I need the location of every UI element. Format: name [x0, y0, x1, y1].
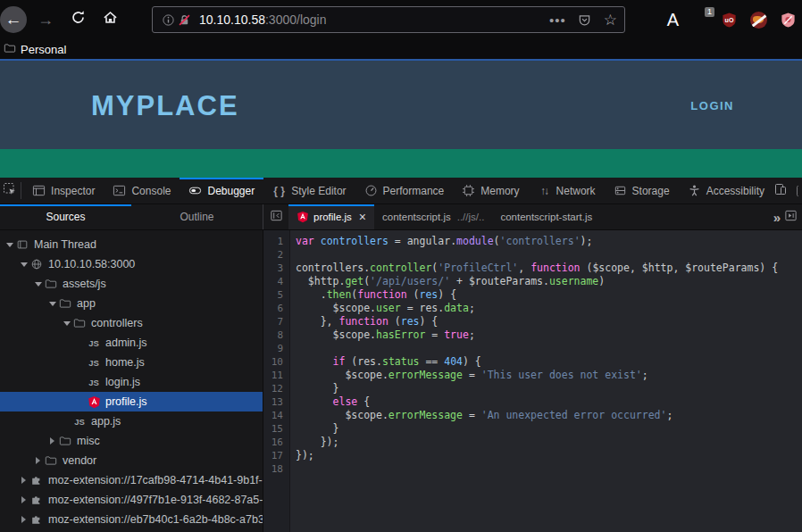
code-line — [296, 342, 802, 355]
meatball-menu-icon[interactable] — [795, 184, 798, 198]
devtools-tab-label: Storage — [632, 185, 670, 197]
inspector-icon — [32, 184, 46, 197]
line-number: 2 — [263, 248, 283, 262]
devtools-tab-performance[interactable]: Performance — [355, 178, 454, 204]
expand-panes-icon[interactable] — [784, 209, 798, 226]
tree-closed-arrow-icon[interactable] — [18, 516, 29, 523]
source-tab-contentscript[interactable]: contentscript.js..//js/.. — [374, 204, 492, 229]
pick-icon — [3, 182, 17, 200]
side-tab-outline[interactable]: Outline — [131, 204, 263, 229]
tree-item-profile-js[interactable]: profile.js — [0, 392, 263, 411]
tree-closed-arrow-icon[interactable] — [32, 457, 44, 464]
tree-item-misc[interactable]: misc — [0, 431, 263, 451]
tree-item-label: moz-extension://497f7b1e-913f-4682-87a5-… — [48, 494, 263, 506]
forward-button[interactable]: → — [32, 6, 59, 33]
source-tab-profile[interactable]: profile.js× — [288, 204, 374, 229]
devtools-tabs: InspectorConsoleDebugger{ }Style EditorP… — [23, 178, 773, 204]
pocket-icon[interactable] — [577, 12, 593, 28]
tree-item-app-js[interactable]: JSapp.js — [0, 411, 263, 431]
bookmarks-bar: Personal — [0, 39, 802, 59]
performance-icon — [364, 184, 378, 197]
url-bar[interactable]: 10.10.10.58:3000/login ••• ☆ — [152, 6, 625, 33]
collapse-sources-pane-button[interactable] — [263, 204, 288, 229]
firefox-window: ← → 10.10.10.58:3000/login ••• ☆ A 1 — [0, 0, 802, 532]
tree-item-home-js[interactable]: JShome.js — [0, 353, 263, 372]
devtools-tab-storage[interactable]: Storage — [605, 178, 679, 204]
code-content[interactable]: var controllers = angular.module('contro… — [290, 230, 802, 532]
page-actions-icon[interactable]: ••• — [549, 12, 566, 28]
source-tab-contentscript-start[interactable]: contentscript-start.js — [492, 204, 600, 229]
tree-open-arrow-icon[interactable] — [4, 243, 15, 247]
site-header: MYPLACE LOGIN — [0, 61, 802, 149]
devtools-tab-network[interactable]: ↑↓Network — [529, 178, 605, 204]
devtools-tab-style-editor[interactable]: { }Style Editor — [263, 178, 355, 204]
close-icon[interactable]: × — [359, 210, 366, 224]
js-icon: JS — [87, 355, 101, 370]
js-icon: JS — [87, 336, 101, 350]
tree-open-arrow-icon[interactable] — [61, 321, 72, 326]
shield-extension-icon[interactable] — [780, 12, 797, 29]
tree-item-10-10-10-58-3000[interactable]: 10.10.10.58:3000 — [0, 254, 263, 274]
code-line: .then(function (res) { — [296, 288, 802, 302]
tree-item-login-js[interactable]: JSlogin.js — [0, 372, 263, 392]
insecure-lock-icon[interactable] — [176, 12, 192, 28]
side-tab-sources[interactable]: Sources — [0, 204, 131, 229]
tree-closed-arrow-icon[interactable] — [18, 477, 29, 484]
tree-open-arrow-icon[interactable] — [18, 262, 29, 267]
puzzle-icon — [29, 493, 44, 507]
bookmark-personal[interactable]: Personal — [21, 43, 66, 56]
folder-icon — [72, 316, 87, 330]
line-number: 11 — [263, 369, 283, 382]
url-text[interactable]: 10.10.10.58:3000/login — [199, 12, 326, 27]
line-number: 6 — [263, 302, 283, 315]
code-editor[interactable]: 123456789101112131415161718 var controll… — [263, 230, 802, 532]
tree-open-arrow-icon[interactable] — [32, 282, 44, 287]
extension-a-icon[interactable]: A — [667, 10, 679, 30]
debugger-icon — [188, 184, 202, 197]
bookmark-star-icon[interactable]: ☆ — [604, 11, 617, 29]
responsive-design-icon[interactable] — [773, 182, 788, 200]
tree-item-moz-extension-497f7b1e-913f-4682-87a5-751[interactable]: moz-extension://497f7b1e-913f-4682-87a5-… — [0, 490, 263, 510]
line-number-gutter[interactable]: 123456789101112131415161718 — [263, 230, 290, 532]
home-button[interactable] — [96, 6, 123, 33]
reload-button[interactable] — [64, 6, 91, 33]
source-tab-label: profile.js — [313, 212, 352, 222]
pick-element-button[interactable] — [0, 178, 19, 204]
folder-icon — [58, 296, 72, 311]
tree-closed-arrow-icon[interactable] — [46, 437, 58, 445]
back-button[interactable]: ← — [0, 6, 27, 33]
home-icon — [103, 10, 118, 29]
devtools-tab-debugger[interactable]: Debugger — [180, 178, 263, 204]
tree-item-controllers[interactable]: controllers — [0, 313, 263, 333]
code-line: controllers.controller('ProfileCtrl', fu… — [296, 262, 802, 275]
site-green-band — [0, 149, 802, 178]
tree-closed-arrow-icon[interactable] — [18, 496, 29, 503]
tree-item-assets-js[interactable]: assets/js — [0, 274, 263, 294]
noscript-icon[interactable] — [750, 12, 767, 29]
line-number: 1 — [263, 235, 283, 248]
extension-badge: 1 — [705, 7, 714, 17]
devtools-tab-label: Memory — [480, 185, 519, 197]
extension-green-icon[interactable]: 1 — [691, 12, 708, 29]
tree-item-main-thread[interactable]: Main Thread — [0, 235, 263, 254]
tree-item-moz-extension-17cafb98-4714-4b41-9b1f-d415[interactable]: moz-extension://17cafb98-4714-4b41-9b1f-… — [0, 470, 263, 490]
source-tab-label: contentscript.js — [382, 212, 451, 222]
tree-item-admin-js[interactable]: JSadmin.js — [0, 333, 263, 353]
site-brand[interactable]: MYPLACE — [91, 90, 239, 122]
ublock-icon[interactable]: uO — [721, 12, 738, 29]
devtools-tab-console[interactable]: Console — [104, 178, 180, 204]
devtools-tab-memory[interactable]: Memory — [453, 178, 528, 204]
devtools-tab-accessibility[interactable]: Accessibility — [679, 178, 773, 204]
site-info-icon[interactable] — [160, 12, 176, 28]
line-number: 16 — [263, 436, 283, 449]
tree-item-vendor[interactable]: vendor — [0, 451, 263, 470]
devtools-tab-inspector[interactable]: Inspector — [23, 178, 104, 204]
code-line: }); — [296, 436, 802, 449]
tree-item-app[interactable]: app — [0, 294, 263, 313]
tab-overflow-icon[interactable]: » — [773, 210, 779, 225]
tree-item-label: app.js — [91, 415, 121, 428]
login-link[interactable]: LOGIN — [690, 99, 734, 112]
tree-item-moz-extension-eb7b40c1-6a2b-4b8c-a7b3-faa[interactable]: moz-extension://eb7b40c1-6a2b-4b8c-a7b3-… — [0, 510, 263, 529]
tree-open-arrow-icon[interactable] — [46, 302, 58, 306]
line-number: 18 — [263, 462, 283, 476]
